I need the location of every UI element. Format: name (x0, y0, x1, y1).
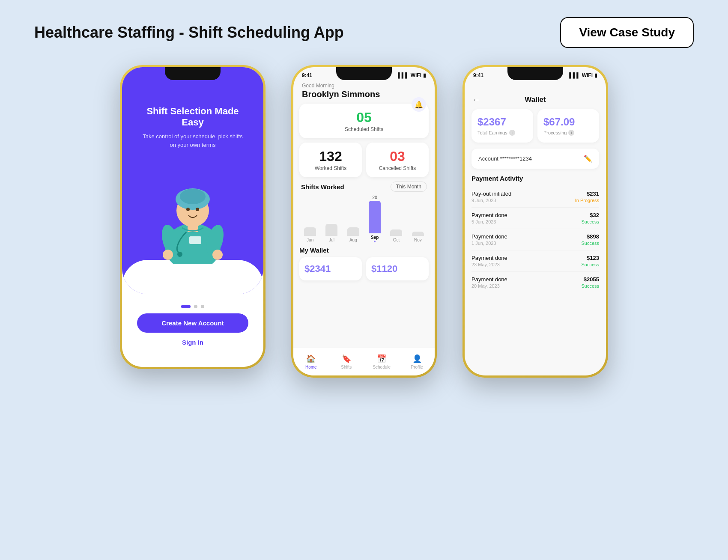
dashboard-header: Good Morning Brooklyn Simmons 🔔 (293, 80, 435, 104)
pagination-dots (122, 305, 263, 308)
shifts-chart: Jun Jul Aug 20 (293, 195, 435, 242)
wallet-page-header: ← Wallet (465, 80, 606, 109)
total-earnings-card: $2367 Total Earnings i (471, 109, 533, 143)
payment-item-2: Payment done 5 Jun, 2023 $32 Success (471, 208, 599, 229)
payment-date-3: 1 Jun, 2023 (471, 241, 507, 246)
phones-container: Shift Selection Made Easy Take control o… (0, 61, 728, 382)
bar-aug-fill (347, 227, 359, 236)
scheduled-count: 05 (306, 110, 422, 125)
payment-status-5: Success (581, 283, 599, 289)
create-account-button[interactable]: Create New Account (137, 313, 248, 333)
this-month-badge[interactable]: This Month (391, 182, 427, 192)
phone3-time: 9:41 (473, 72, 483, 78)
bar-sep-fill (369, 201, 381, 233)
bar-nov-fill (412, 232, 424, 236)
nav-profile[interactable]: 👤 Profile (400, 348, 435, 375)
payment-date-2: 5 Jun, 2023 (471, 219, 507, 224)
nav-shifts[interactable]: 🔖 Shifts (329, 348, 364, 375)
bar-sep-dot (374, 241, 376, 242)
payment-activity-title: Payment Activity (471, 175, 599, 182)
sign-in-link[interactable]: Sign In (122, 339, 263, 346)
svg-point-7 (163, 250, 173, 260)
wallet-amount-2: $1120 (371, 263, 424, 274)
processing-card: $67.09 Processing i (537, 109, 599, 143)
bar-nov-label: Nov (414, 238, 422, 242)
edit-account-button[interactable]: ✏️ (584, 155, 592, 163)
bar-jun: Jun (299, 195, 321, 242)
dot-2 (194, 305, 197, 308)
user-name: Brooklyn Simmons (302, 89, 426, 99)
dot-3 (201, 305, 204, 308)
scheduled-label: Scheduled Shifts (306, 126, 422, 132)
bar-jun-fill (304, 227, 316, 236)
my-wallet-title: My Wallet (299, 247, 429, 254)
wallet-title: Wallet (525, 95, 546, 104)
phone3-wifi: WiFi (582, 72, 593, 78)
nav-schedule[interactable]: 📅 Schedule (364, 348, 400, 375)
bar-jul-label: Jul (329, 238, 334, 242)
earnings-info-icon[interactable]: i (509, 130, 515, 136)
shifts-icon: 🔖 (342, 354, 351, 363)
shifts-worked-title: Shifts Worked (301, 183, 344, 191)
payment-amount-3: $898 (581, 233, 599, 240)
home-icon: 🏠 (306, 354, 316, 363)
bar-sep-label: Sep (371, 235, 379, 240)
payment-amount-5: $2055 (581, 276, 599, 283)
payment-item-4: Payment done 23 May, 2023 $123 Success (471, 250, 599, 272)
svg-point-3 (180, 189, 206, 204)
payment-status-4: Success (581, 262, 599, 267)
phone-3-wallet: 9:41 ▌▌▌ WiFi ▮ ← Wallet $2367 (462, 65, 608, 378)
payment-item-3: Payment done 1 Jun, 2023 $898 Success (471, 229, 599, 250)
worked-count: 132 (306, 149, 355, 164)
bar-oct-fill (390, 229, 402, 236)
page-title: Healthcare Staffing - Shift Scheduling A… (34, 24, 344, 42)
nurse-illustration (154, 161, 231, 264)
signal-icon: ▌▌▌ (398, 72, 409, 78)
cancelled-shifts-card: 03 Cancelled Shifts (366, 143, 429, 177)
phone1-hero: Shift Selection Made Easy Take control o… (122, 67, 263, 294)
back-button[interactable]: ← (472, 95, 480, 104)
bar-aug: Aug (343, 195, 364, 242)
payment-name-5: Payment done (471, 276, 507, 283)
payment-status-2: Success (581, 219, 599, 224)
phone1-subtitle: Take control of your schedule, pick shif… (122, 132, 263, 149)
payment-amount-4: $123 (581, 255, 599, 261)
schedule-icon: 📅 (377, 354, 386, 363)
processing-amount: $67.09 (543, 116, 593, 128)
bar-aug-label: Aug (349, 238, 357, 242)
scheduled-shifts-card: 05 Scheduled Shifts (299, 104, 429, 138)
phone3-status-icons: ▌▌▌ WiFi ▮ (569, 72, 597, 78)
payment-status-1: In Progress (575, 198, 599, 203)
phone3-battery: ▮ (594, 72, 597, 78)
nav-home[interactable]: 🏠 Home (293, 348, 329, 375)
payment-name-4: Payment done (471, 255, 507, 261)
wallet-card-1: $2341 (299, 257, 362, 280)
bar-nov: Nov (407, 195, 429, 242)
wifi-icon: WiFi (411, 72, 421, 78)
good-morning-text: Good Morning (302, 83, 426, 89)
bar-jun-label: Jun (307, 238, 313, 242)
payment-date-4: 23 May, 2023 (471, 262, 507, 267)
bar-sep-value: 20 (373, 195, 377, 200)
notification-bell[interactable]: 🔔 (412, 97, 426, 112)
bottom-navigation: 🏠 Home 🔖 Shifts 📅 Schedule 👤 Profile (293, 348, 435, 375)
phone3-signal: ▌▌▌ (569, 72, 580, 78)
nav-profile-label: Profile (411, 365, 423, 369)
payment-status-3: Success (581, 241, 599, 246)
svg-point-8 (212, 250, 223, 260)
profile-icon: 👤 (412, 354, 422, 363)
account-row: Account *********1234 ✏️ (471, 149, 599, 169)
phone3-notch (507, 67, 563, 80)
processing-info-icon[interactable]: i (568, 130, 574, 136)
view-case-study-button[interactable]: View Case Study (560, 17, 694, 48)
payment-date-1: 9 Jun, 2023 (471, 198, 511, 203)
phone1-wave (122, 260, 263, 294)
my-wallet-section: My Wallet $2341 $1120 (293, 247, 435, 280)
shifts-worked-header: Shifts Worked This Month (293, 182, 435, 192)
bar-jul: Jul (321, 195, 342, 242)
phone2-notch (336, 67, 392, 80)
wallet-cards: $2341 $1120 (299, 257, 429, 280)
wallet-amount-1: $2341 (304, 263, 357, 274)
account-number: Account *********1234 (478, 155, 532, 162)
svg-point-11 (186, 208, 190, 211)
